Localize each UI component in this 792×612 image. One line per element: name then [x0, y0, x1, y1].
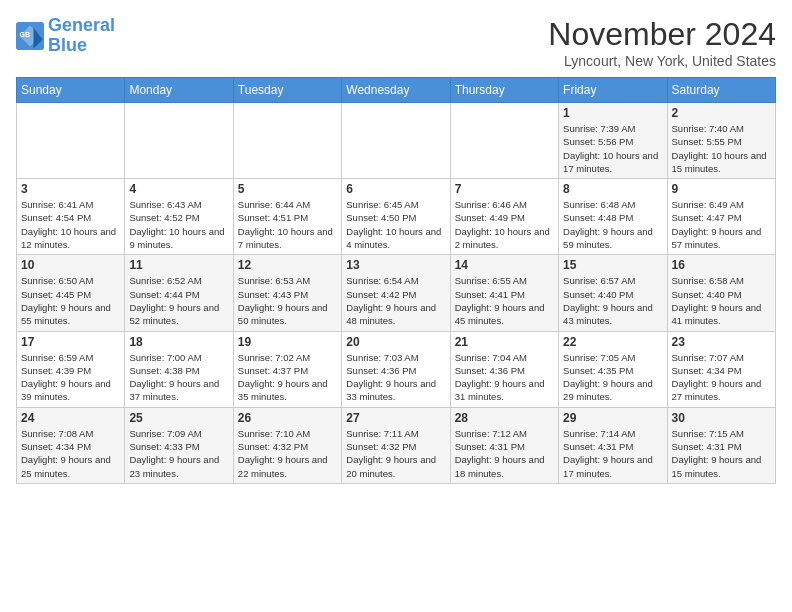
day-number: 10: [21, 258, 120, 272]
day-number: 30: [672, 411, 771, 425]
table-row: 5Sunrise: 6:44 AMSunset: 4:51 PMDaylight…: [233, 179, 341, 255]
col-sunday: Sunday: [17, 78, 125, 103]
day-info: Sunrise: 7:07 AMSunset: 4:34 PMDaylight:…: [672, 351, 771, 404]
day-info: Sunrise: 6:53 AMSunset: 4:43 PMDaylight:…: [238, 274, 337, 327]
table-row: 24Sunrise: 7:08 AMSunset: 4:34 PMDayligh…: [17, 407, 125, 483]
day-info: Sunrise: 6:57 AMSunset: 4:40 PMDaylight:…: [563, 274, 662, 327]
day-number: 9: [672, 182, 771, 196]
day-info: Sunrise: 6:46 AMSunset: 4:49 PMDaylight:…: [455, 198, 554, 251]
day-info: Sunrise: 6:54 AMSunset: 4:42 PMDaylight:…: [346, 274, 445, 327]
day-number: 3: [21, 182, 120, 196]
day-info: Sunrise: 7:11 AMSunset: 4:32 PMDaylight:…: [346, 427, 445, 480]
day-info: Sunrise: 7:15 AMSunset: 4:31 PMDaylight:…: [672, 427, 771, 480]
logo: GB General Blue: [16, 16, 115, 56]
table-row: 29Sunrise: 7:14 AMSunset: 4:31 PMDayligh…: [559, 407, 667, 483]
day-info: Sunrise: 7:14 AMSunset: 4:31 PMDaylight:…: [563, 427, 662, 480]
table-row: [17, 103, 125, 179]
table-row: 2Sunrise: 7:40 AMSunset: 5:55 PMDaylight…: [667, 103, 775, 179]
page-header: GB General Blue November 2024 Lyncourt, …: [16, 16, 776, 69]
day-number: 29: [563, 411, 662, 425]
calendar-week-row: 24Sunrise: 7:08 AMSunset: 4:34 PMDayligh…: [17, 407, 776, 483]
table-row: 19Sunrise: 7:02 AMSunset: 4:37 PMDayligh…: [233, 331, 341, 407]
day-number: 28: [455, 411, 554, 425]
table-row: 8Sunrise: 6:48 AMSunset: 4:48 PMDaylight…: [559, 179, 667, 255]
table-row: [125, 103, 233, 179]
day-number: 5: [238, 182, 337, 196]
day-info: Sunrise: 6:58 AMSunset: 4:40 PMDaylight:…: [672, 274, 771, 327]
day-number: 19: [238, 335, 337, 349]
month-title: November 2024: [548, 16, 776, 53]
title-block: November 2024 Lyncourt, New York, United…: [548, 16, 776, 69]
day-info: Sunrise: 6:50 AMSunset: 4:45 PMDaylight:…: [21, 274, 120, 327]
day-info: Sunrise: 7:40 AMSunset: 5:55 PMDaylight:…: [672, 122, 771, 175]
day-info: Sunrise: 7:04 AMSunset: 4:36 PMDaylight:…: [455, 351, 554, 404]
day-info: Sunrise: 6:41 AMSunset: 4:54 PMDaylight:…: [21, 198, 120, 251]
table-row: 20Sunrise: 7:03 AMSunset: 4:36 PMDayligh…: [342, 331, 450, 407]
day-number: 18: [129, 335, 228, 349]
col-monday: Monday: [125, 78, 233, 103]
day-info: Sunrise: 7:03 AMSunset: 4:36 PMDaylight:…: [346, 351, 445, 404]
svg-text:GB: GB: [20, 31, 31, 38]
day-number: 17: [21, 335, 120, 349]
day-info: Sunrise: 6:59 AMSunset: 4:39 PMDaylight:…: [21, 351, 120, 404]
day-number: 12: [238, 258, 337, 272]
col-wednesday: Wednesday: [342, 78, 450, 103]
table-row: 16Sunrise: 6:58 AMSunset: 4:40 PMDayligh…: [667, 255, 775, 331]
table-row: 23Sunrise: 7:07 AMSunset: 4:34 PMDayligh…: [667, 331, 775, 407]
calendar-week-row: 3Sunrise: 6:41 AMSunset: 4:54 PMDaylight…: [17, 179, 776, 255]
day-number: 13: [346, 258, 445, 272]
table-row: 21Sunrise: 7:04 AMSunset: 4:36 PMDayligh…: [450, 331, 558, 407]
day-info: Sunrise: 7:39 AMSunset: 5:56 PMDaylight:…: [563, 122, 662, 175]
day-number: 21: [455, 335, 554, 349]
table-row: 11Sunrise: 6:52 AMSunset: 4:44 PMDayligh…: [125, 255, 233, 331]
logo-text: General Blue: [48, 16, 115, 56]
calendar-week-row: 17Sunrise: 6:59 AMSunset: 4:39 PMDayligh…: [17, 331, 776, 407]
day-number: 22: [563, 335, 662, 349]
day-number: 7: [455, 182, 554, 196]
col-friday: Friday: [559, 78, 667, 103]
logo-line2: Blue: [48, 35, 87, 55]
day-info: Sunrise: 7:00 AMSunset: 4:38 PMDaylight:…: [129, 351, 228, 404]
day-number: 23: [672, 335, 771, 349]
day-number: 6: [346, 182, 445, 196]
logo-icon: GB: [16, 22, 44, 50]
calendar-week-row: 10Sunrise: 6:50 AMSunset: 4:45 PMDayligh…: [17, 255, 776, 331]
table-row: 12Sunrise: 6:53 AMSunset: 4:43 PMDayligh…: [233, 255, 341, 331]
table-row: 30Sunrise: 7:15 AMSunset: 4:31 PMDayligh…: [667, 407, 775, 483]
day-number: 14: [455, 258, 554, 272]
day-number: 4: [129, 182, 228, 196]
day-info: Sunrise: 6:43 AMSunset: 4:52 PMDaylight:…: [129, 198, 228, 251]
day-number: 16: [672, 258, 771, 272]
table-row: [342, 103, 450, 179]
table-row: 9Sunrise: 6:49 AMSunset: 4:47 PMDaylight…: [667, 179, 775, 255]
day-info: Sunrise: 6:48 AMSunset: 4:48 PMDaylight:…: [563, 198, 662, 251]
day-number: 25: [129, 411, 228, 425]
table-row: 25Sunrise: 7:09 AMSunset: 4:33 PMDayligh…: [125, 407, 233, 483]
location-title: Lyncourt, New York, United States: [548, 53, 776, 69]
table-row: 1Sunrise: 7:39 AMSunset: 5:56 PMDaylight…: [559, 103, 667, 179]
table-row: 15Sunrise: 6:57 AMSunset: 4:40 PMDayligh…: [559, 255, 667, 331]
day-info: Sunrise: 7:05 AMSunset: 4:35 PMDaylight:…: [563, 351, 662, 404]
table-row: 6Sunrise: 6:45 AMSunset: 4:50 PMDaylight…: [342, 179, 450, 255]
col-tuesday: Tuesday: [233, 78, 341, 103]
day-info: Sunrise: 7:10 AMSunset: 4:32 PMDaylight:…: [238, 427, 337, 480]
day-info: Sunrise: 6:52 AMSunset: 4:44 PMDaylight:…: [129, 274, 228, 327]
day-info: Sunrise: 6:49 AMSunset: 4:47 PMDaylight:…: [672, 198, 771, 251]
day-number: 11: [129, 258, 228, 272]
table-row: 28Sunrise: 7:12 AMSunset: 4:31 PMDayligh…: [450, 407, 558, 483]
day-number: 20: [346, 335, 445, 349]
table-row: 22Sunrise: 7:05 AMSunset: 4:35 PMDayligh…: [559, 331, 667, 407]
table-row: 17Sunrise: 6:59 AMSunset: 4:39 PMDayligh…: [17, 331, 125, 407]
table-row: [233, 103, 341, 179]
day-info: Sunrise: 6:45 AMSunset: 4:50 PMDaylight:…: [346, 198, 445, 251]
col-saturday: Saturday: [667, 78, 775, 103]
table-row: 18Sunrise: 7:00 AMSunset: 4:38 PMDayligh…: [125, 331, 233, 407]
table-row: 3Sunrise: 6:41 AMSunset: 4:54 PMDaylight…: [17, 179, 125, 255]
day-info: Sunrise: 6:55 AMSunset: 4:41 PMDaylight:…: [455, 274, 554, 327]
table-row: 7Sunrise: 6:46 AMSunset: 4:49 PMDaylight…: [450, 179, 558, 255]
day-info: Sunrise: 7:09 AMSunset: 4:33 PMDaylight:…: [129, 427, 228, 480]
table-row: 4Sunrise: 6:43 AMSunset: 4:52 PMDaylight…: [125, 179, 233, 255]
day-number: 26: [238, 411, 337, 425]
table-row: 14Sunrise: 6:55 AMSunset: 4:41 PMDayligh…: [450, 255, 558, 331]
day-number: 15: [563, 258, 662, 272]
